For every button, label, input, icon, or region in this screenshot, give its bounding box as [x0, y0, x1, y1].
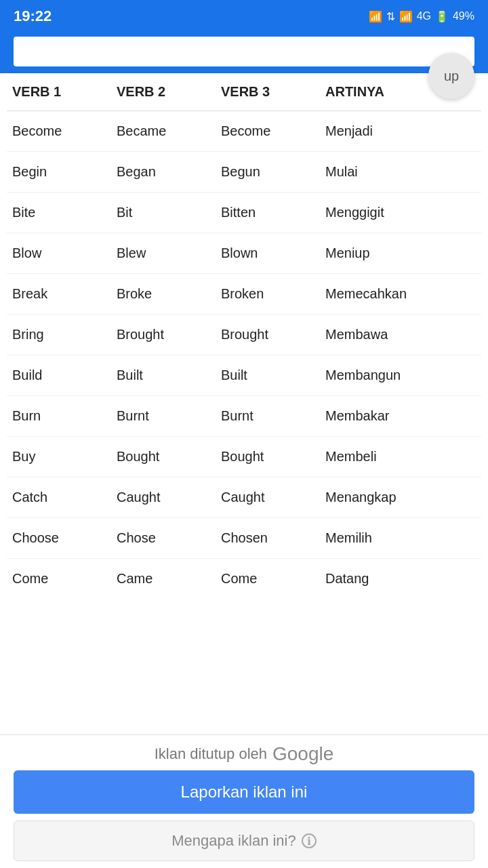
cell-r10-c0: Choose — [7, 518, 111, 559]
table-header-row: VERB 1 VERB 2 VERB 3 ARTINYA — [7, 73, 481, 111]
ad-why-button[interactable]: Mengapa iklan ini? ℹ — [14, 821, 474, 861]
cell-r0-c3: Menjadi — [320, 111, 481, 152]
cell-r4-c3: Memecahkan — [320, 274, 481, 315]
table-row: BuildBuiltBuiltMembangun — [7, 355, 481, 396]
table-row: BecomeBecameBecomeMenjadi — [7, 111, 481, 152]
cell-r1-c2: Begun — [216, 152, 320, 193]
cell-r7-c0: Burn — [7, 396, 111, 437]
battery-percent: 49% — [453, 10, 474, 22]
info-icon: ℹ — [302, 833, 317, 848]
cell-r9-c0: Catch — [7, 477, 111, 518]
up-button[interactable]: up — [428, 53, 474, 99]
cell-r8-c2: Bought — [216, 437, 320, 477]
table-row: BiteBitBittenMenggigit — [7, 193, 481, 233]
table-row: BringBroughtBroughtMembawa — [7, 315, 481, 355]
cell-r7-c1: Burnt — [111, 396, 216, 437]
status-bar: 19:22 📶 ⇅ 📶 4G 🔋 49% — [0, 0, 488, 33]
status-time: 19:22 — [14, 7, 52, 25]
cell-r2-c3: Menggigit — [320, 193, 481, 233]
cell-r11-c2: Come — [216, 559, 320, 599]
signal2-icon: 📶 — [399, 10, 413, 23]
cell-r1-c1: Began — [111, 152, 216, 193]
cell-r8-c3: Membeli — [320, 437, 481, 477]
cell-r2-c0: Bite — [7, 193, 111, 233]
cell-r6-c1: Built — [111, 355, 216, 396]
cell-r5-c0: Bring — [7, 315, 111, 355]
cell-r3-c1: Blew — [111, 233, 216, 274]
cell-r10-c3: Memilih — [320, 518, 481, 559]
cell-r0-c2: Become — [216, 111, 320, 152]
cell-r9-c3: Menangkap — [320, 477, 481, 518]
cell-r1-c3: Mulai — [320, 152, 481, 193]
cell-r11-c3: Datang — [320, 559, 481, 599]
verb-table: VERB 1 VERB 2 VERB 3 ARTINYA BecomeBecam… — [7, 73, 481, 599]
cell-r9-c1: Caught — [111, 477, 216, 518]
table-row: BreakBrokeBrokenMemecahkan — [7, 274, 481, 315]
cell-r7-c2: Burnt — [216, 396, 320, 437]
search-bar-area — [0, 33, 488, 73]
ad-title-bar: Iklan ditutup oleh Google — [0, 735, 488, 770]
table-row: BlowBlewBlownMeniup — [7, 233, 481, 274]
signal-icon: 📶 — [369, 10, 382, 23]
cell-r0-c0: Become — [7, 111, 111, 152]
table-row: BuyBoughtBoughtMembeli — [7, 437, 481, 477]
ad-title-prefix: Iklan ditutup oleh — [155, 745, 267, 763]
cell-r10-c2: Chosen — [216, 518, 320, 559]
ad-why-label: Mengapa iklan ini? — [171, 832, 296, 850]
cell-r6-c2: Built — [216, 355, 320, 396]
cell-r11-c0: Come — [7, 559, 111, 599]
cell-r10-c1: Chose — [111, 518, 216, 559]
cell-r3-c3: Meniup — [320, 233, 481, 274]
table-row: BurnBurntBurntMembakar — [7, 396, 481, 437]
cell-r2-c1: Bit — [111, 193, 216, 233]
status-icons: 📶 ⇅ 📶 4G 🔋 49% — [369, 10, 474, 23]
cell-r8-c1: Bought — [111, 437, 216, 477]
cell-r2-c2: Bitten — [216, 193, 320, 233]
table-row: ChooseChoseChosenMemilih — [7, 518, 481, 559]
col-verb3: VERB 3 — [216, 73, 320, 111]
table-row: BeginBeganBegunMulai — [7, 152, 481, 193]
cell-r1-c0: Begin — [7, 152, 111, 193]
cell-r4-c2: Broken — [216, 274, 320, 315]
ad-google-brand: Google — [272, 743, 333, 765]
cell-r4-c1: Broke — [111, 274, 216, 315]
table-row: CatchCaughtCaughtMenangkap — [7, 477, 481, 518]
cell-r5-c1: Brought — [111, 315, 216, 355]
ad-report-button[interactable]: Laporkan iklan ini — [14, 770, 474, 814]
cell-r9-c2: Caught — [216, 477, 320, 518]
col-verb2: VERB 2 — [111, 73, 216, 111]
col-verb1: VERB 1 — [7, 73, 111, 111]
network-label: 4G — [417, 10, 431, 22]
cell-r6-c0: Build — [7, 355, 111, 396]
cell-r8-c0: Buy — [7, 437, 111, 477]
cell-r11-c1: Came — [111, 559, 216, 599]
cell-r3-c0: Blow — [7, 233, 111, 274]
cell-r0-c1: Became — [111, 111, 216, 152]
data-icon: ⇅ — [386, 10, 395, 23]
cell-r3-c2: Blown — [216, 233, 320, 274]
cell-r5-c2: Brought — [216, 315, 320, 355]
cell-r6-c3: Membangun — [320, 355, 481, 396]
table-row: ComeCameComeDatang — [7, 559, 481, 599]
search-bar[interactable] — [14, 37, 474, 66]
battery-icon: 🔋 — [435, 10, 449, 23]
cell-r5-c3: Membawa — [320, 315, 481, 355]
ad-banner: Iklan ditutup oleh Google Laporkan iklan… — [0, 734, 488, 868]
verb-table-wrapper: up VERB 1 VERB 2 VERB 3 ARTINYA BecomeBe… — [0, 73, 488, 599]
cell-r7-c3: Membakar — [320, 396, 481, 437]
cell-r4-c0: Break — [7, 274, 111, 315]
